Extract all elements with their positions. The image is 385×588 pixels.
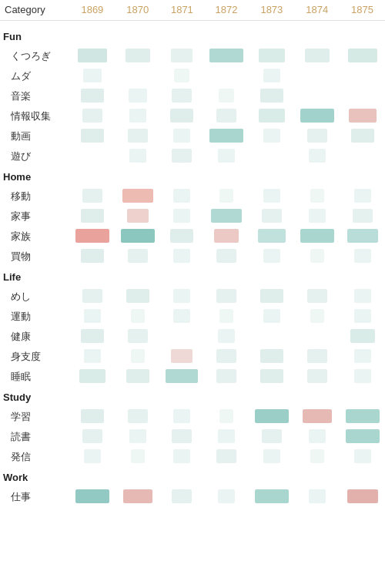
category-cell: 動画 [0,126,69,146]
heat-block [173,309,190,323]
heat-cell [160,307,204,327]
table-row: 発信 [0,447,385,467]
heat-block [171,349,192,363]
table-row: 睡眠 [0,367,385,387]
year-header-3: 1872 [204,0,249,20]
heat-cell [69,247,115,267]
heat-block [129,149,146,163]
heat-cell [294,146,340,166]
heat-block [174,69,189,82]
heat-block [82,429,102,443]
heat-cell [115,427,160,447]
category-header: Category [0,0,69,20]
heat-block [347,229,378,243]
group-label-Fun: Fun [0,26,385,46]
heat-cell [204,247,249,267]
heat-block [263,249,280,263]
heat-block [263,189,280,203]
heat-block [82,289,102,303]
heat-cell [69,86,115,106]
heat-cell [204,407,249,427]
heat-block [128,329,148,343]
heat-cell [160,207,204,227]
heat-cell [340,427,385,447]
heat-block [346,409,380,423]
heat-cell [294,327,340,347]
heat-cell [160,146,204,166]
heat-block [354,309,371,323]
table-row: 家事 [0,207,385,227]
heat-block [122,189,153,203]
heat-cell [115,247,160,267]
table-row: 学習 [0,407,385,427]
heat-block [354,189,371,203]
heat-cell [340,367,385,387]
category-cell: 仕事 [0,487,69,507]
heat-block [354,369,371,383]
heat-cell [160,86,204,106]
table-row: 健康 [0,327,385,347]
heat-cell [69,287,115,307]
heat-cell [249,427,294,447]
heat-cell [340,126,385,146]
heat-cell [204,86,249,106]
table-row: 家族 [0,227,385,247]
heat-cell [115,207,160,227]
heat-block [263,129,280,143]
heat-cell [69,327,115,347]
heat-block [348,49,377,62]
table-row: 動画 [0,126,385,146]
heat-block [75,229,109,243]
heat-cell [249,66,294,86]
group-label-Life: Life [0,267,385,287]
heat-cell [340,227,385,247]
heat-block [219,309,233,323]
heat-cell [160,427,204,447]
heat-block [307,349,327,363]
group-row-Life: Life [0,267,385,287]
heat-block [128,129,148,143]
heat-cell [249,46,294,66]
heat-block [260,89,283,102]
heat-block [309,209,326,223]
category-cell: くつろぎ [0,46,69,66]
heat-cell [340,86,385,106]
heat-cell [69,487,115,507]
category-cell: 身支度 [0,347,69,367]
heat-cell [204,307,249,327]
heat-cell [294,287,340,307]
heat-cell [115,307,160,327]
heat-block [171,49,192,62]
heat-cell [115,227,160,247]
heat-cell [69,227,115,247]
heat-cell [340,146,385,166]
heat-cell [249,487,294,507]
heat-block [309,489,326,503]
table-row: くつろぎ [0,46,385,66]
category-cell: 読書 [0,427,69,447]
category-cell: 音楽 [0,86,69,106]
heat-block [121,229,155,243]
heat-block [305,49,330,62]
heat-cell [204,186,249,207]
heat-cell [160,126,204,146]
heat-cell [115,447,160,467]
heat-cell [204,487,249,507]
heat-cell [294,487,340,507]
heat-cell [294,367,340,387]
heat-cell [249,367,294,387]
heat-cell [294,186,340,207]
heat-block [216,449,236,463]
heat-block [216,109,236,123]
heat-cell [249,307,294,327]
heat-cell [204,347,249,367]
heat-cell [204,46,249,66]
heat-block [129,429,146,443]
heat-block [84,309,101,323]
heat-block [129,109,146,123]
heat-block [263,69,280,82]
heat-cell [115,146,160,166]
heat-cell [204,66,249,86]
heat-cell [204,367,249,387]
heat-block [354,449,371,463]
